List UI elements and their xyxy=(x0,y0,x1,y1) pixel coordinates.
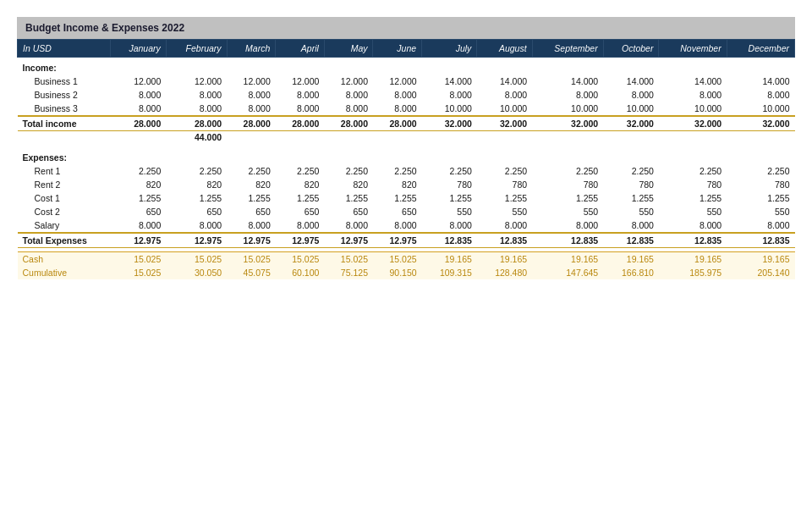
table-row: Business 2 8.000 8.000 8.000 8.000 8.000… xyxy=(18,88,795,102)
b1-dec: 14.000 xyxy=(727,75,794,88)
header-unit: In USD xyxy=(18,40,111,58)
header-december: December xyxy=(727,40,794,58)
header-april: April xyxy=(276,40,325,58)
spreadsheet-container: Budget Income & Expenses 2022 In USD Jan… xyxy=(17,17,795,279)
header-january: January xyxy=(111,40,167,58)
budget-table: In USD January February March April May … xyxy=(17,39,795,279)
b1-jun: 12.000 xyxy=(373,75,422,88)
header-november: November xyxy=(659,40,727,58)
header-march: March xyxy=(227,40,276,58)
b1-feb: 12.000 xyxy=(166,75,227,88)
sub-total-row: 44.000 xyxy=(18,131,795,145)
cumulative-row: Cumulative 15.025 30.050 45.075 60.100 7… xyxy=(18,266,795,279)
header-october: October xyxy=(603,40,659,58)
table-row: Rent 1 2.250 2.250 2.250 2.250 2.250 2.2… xyxy=(18,164,795,178)
table-row: Cost 1 1.255 1.255 1.255 1.255 1.255 1.2… xyxy=(18,191,795,205)
b1-may: 12.000 xyxy=(324,75,373,88)
total-expenses-row: Total Expenses 12.975 12.975 12.975 12.9… xyxy=(18,233,795,248)
b1-jul: 14.000 xyxy=(422,75,477,88)
b1-oct: 14.000 xyxy=(603,75,659,88)
b1-sep: 14.000 xyxy=(532,75,603,88)
header-row: In USD January February March April May … xyxy=(18,40,795,58)
cost2-label: Cost 2 xyxy=(18,205,111,218)
expenses-section-header: Expenses: xyxy=(18,147,795,164)
business3-label: Business 3 xyxy=(18,102,111,116)
table-row: Business 1 12.000 12.000 12.000 12.000 1… xyxy=(18,75,795,88)
total-income-row: Total income 28.000 28.000 28.000 28.000… xyxy=(18,116,795,131)
table-row: Rent 2 820 820 820 820 820 820 780 780 7… xyxy=(18,178,795,191)
cost1-label: Cost 1 xyxy=(18,191,111,205)
business2-label: Business 2 xyxy=(18,88,111,102)
header-june: June xyxy=(373,40,422,58)
expenses-label: Expenses: xyxy=(18,147,795,164)
income-section-header: Income: xyxy=(18,58,795,75)
header-may: May xyxy=(324,40,373,58)
total-income-label: Total income xyxy=(18,116,111,131)
income-label: Income: xyxy=(18,58,795,75)
rent1-label: Rent 1 xyxy=(18,164,111,178)
rent2-label: Rent 2 xyxy=(18,178,111,191)
salary-label: Salary xyxy=(18,218,111,233)
table-row: Cost 2 650 650 650 650 650 650 550 550 5… xyxy=(18,205,795,218)
b1-nov: 14.000 xyxy=(659,75,727,88)
cash-row: Cash 15.025 15.025 15.025 15.025 15.025 … xyxy=(18,252,795,267)
b1-apr: 12.000 xyxy=(276,75,325,88)
spreadsheet-title: Budget Income & Expenses 2022 xyxy=(25,22,184,34)
cash-label: Cash xyxy=(18,252,111,267)
b1-jan: 12.000 xyxy=(111,75,167,88)
total-expenses-label: Total Expenses xyxy=(18,233,111,248)
table-row: Salary 8.000 8.000 8.000 8.000 8.000 8.0… xyxy=(18,218,795,233)
header-february: February xyxy=(166,40,227,58)
b1-mar: 12.000 xyxy=(227,75,276,88)
sub-total-value: 44.000 xyxy=(166,131,227,145)
table-row: Business 3 8.000 8.000 8.000 8.000 8.000… xyxy=(18,102,795,116)
b1-aug: 14.000 xyxy=(477,75,532,88)
business1-label: Business 1 xyxy=(18,75,111,88)
title-bar: Budget Income & Expenses 2022 xyxy=(17,17,795,39)
header-september: September xyxy=(532,40,603,58)
header-august: August xyxy=(477,40,532,58)
cumulative-label: Cumulative xyxy=(18,266,111,279)
header-july: July xyxy=(422,40,477,58)
